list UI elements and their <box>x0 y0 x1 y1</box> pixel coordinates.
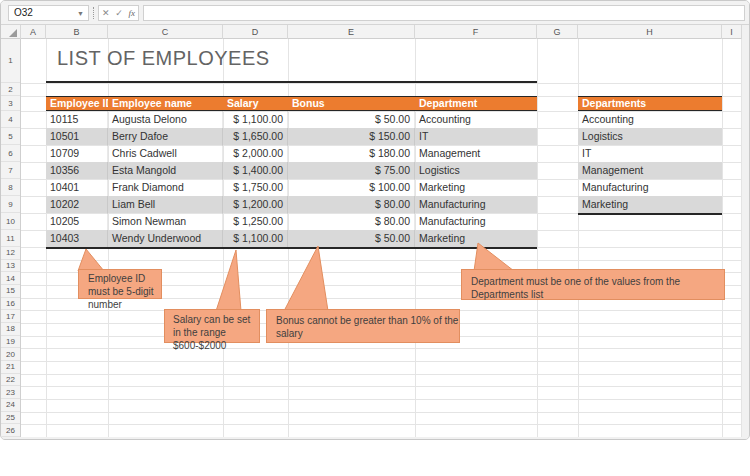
cell-employee-id[interactable]: 10401 <box>46 179 108 196</box>
select-all-corner[interactable] <box>1 25 21 39</box>
column-header[interactable]: B <box>46 25 108 39</box>
callout-bonus[interactable]: Bonus cannot be greater than 10% of the … <box>266 309 460 343</box>
cell-bonus[interactable]: $ 80.00 <box>288 196 415 213</box>
cell-employee-name[interactable]: Chris Cadwell <box>108 145 223 162</box>
row-header[interactable]: 23 <box>1 386 20 399</box>
column-header[interactable]: D <box>223 25 288 39</box>
cell-bonus[interactable]: $ 50.00 <box>288 111 415 128</box>
row-header[interactable]: 10 <box>1 213 20 230</box>
cell-bonus[interactable]: $ 75.00 <box>288 162 415 179</box>
department-item[interactable]: Accounting <box>578 111 722 128</box>
header-salary[interactable]: Salary <box>223 97 288 110</box>
cell-salary[interactable]: $ 2,000.00 <box>223 145 288 162</box>
cell-employee-name[interactable]: Wendy Underwood <box>108 230 223 247</box>
cell-employee-id[interactable]: 10501 <box>46 128 108 145</box>
name-box[interactable]: O32 ▼ <box>8 5 89 21</box>
cell-bonus[interactable]: $ 100.00 <box>288 179 415 196</box>
column-header[interactable]: I <box>722 25 742 39</box>
column-header[interactable]: C <box>108 25 223 39</box>
header-bonus[interactable]: Bonus <box>288 97 415 110</box>
sheet[interactable]: LIST OF EMPLOYEES Employee ID Employee n… <box>21 39 742 437</box>
departments-header[interactable]: Departments <box>578 96 722 111</box>
row-header[interactable]: 14 <box>1 272 20 285</box>
cell-salary[interactable]: $ 1,100.00 <box>223 230 288 247</box>
row-header[interactable]: 12 <box>1 247 20 260</box>
cell-employee-name[interactable]: Esta Mangold <box>108 162 223 179</box>
cell-bonus[interactable]: $ 80.00 <box>288 213 415 230</box>
header-employee-name[interactable]: Employee name <box>108 97 223 110</box>
cell-department[interactable]: Manufacturing <box>415 196 537 213</box>
cell-salary[interactable]: $ 1,400.00 <box>223 162 288 179</box>
department-item[interactable]: Logistics <box>578 128 722 145</box>
row-header[interactable]: 13 <box>1 260 20 273</box>
row-header[interactable]: 18 <box>1 323 20 336</box>
cell-department[interactable]: IT <box>415 128 537 145</box>
row-header[interactable]: 6 <box>1 145 20 162</box>
row-header[interactable]: 4 <box>1 111 20 128</box>
cell-employee-id[interactable]: 10115 <box>46 111 108 128</box>
row-header[interactable]: 22 <box>1 374 20 387</box>
cell-employee-id[interactable]: 10356 <box>46 162 108 179</box>
cell-department[interactable]: Marketing <box>415 230 537 247</box>
row-header[interactable]: 15 <box>1 285 20 298</box>
callout-employee-id[interactable]: Employee ID must be 5-digit number <box>78 269 162 299</box>
cell-salary[interactable]: $ 1,200.00 <box>223 196 288 213</box>
row-header[interactable]: 11 <box>1 230 20 247</box>
callout-salary[interactable]: Salary can be set in the range $600-$200… <box>164 309 260 343</box>
row-header[interactable]: 3 <box>1 96 20 111</box>
row-header[interactable]: 17 <box>1 310 20 323</box>
cell-bonus[interactable]: $ 180.00 <box>288 145 415 162</box>
row-header[interactable]: 9 <box>1 196 20 213</box>
cell-department[interactable]: Marketing <box>415 179 537 196</box>
cell-bonus[interactable]: $ 150.00 <box>288 128 415 145</box>
cell-employee-name[interactable]: Liam Bell <box>108 196 223 213</box>
cell-employee-id[interactable]: 10202 <box>46 196 108 213</box>
cell-employee-name[interactable]: Berry Dafoe <box>108 128 223 145</box>
row-header[interactable]: 20 <box>1 348 20 361</box>
row-header[interactable]: 8 <box>1 179 20 196</box>
row-header[interactable]: 16 <box>1 298 20 311</box>
header-department[interactable]: Department <box>415 97 537 110</box>
column-header[interactable]: A <box>21 25 46 39</box>
cell-employee-name[interactable]: Simon Newman <box>108 213 223 230</box>
cell-salary[interactable]: $ 1,100.00 <box>223 111 288 128</box>
cell-department[interactable]: Management <box>415 145 537 162</box>
cell-salary[interactable]: $ 1,750.00 <box>223 179 288 196</box>
row-header[interactable]: 7 <box>1 162 20 179</box>
cell-salary[interactable]: $ 1,650.00 <box>223 128 288 145</box>
column-header[interactable]: H <box>578 25 722 39</box>
department-item[interactable]: Management <box>578 162 722 179</box>
department-item[interactable]: Marketing <box>578 196 722 213</box>
row-header[interactable]: 25 <box>1 412 20 425</box>
chevron-down-icon[interactable]: ▼ <box>77 7 84 21</box>
row-header[interactable]: 24 <box>1 399 20 412</box>
row-header[interactable]: 21 <box>1 361 20 374</box>
header-employee-id[interactable]: Employee ID <box>46 97 108 110</box>
row-header[interactable]: 19 <box>1 336 20 349</box>
department-item[interactable]: IT <box>578 145 722 162</box>
cell-department[interactable]: Accounting <box>415 111 537 128</box>
cell-employee-id[interactable]: 10403 <box>46 230 108 247</box>
column-header[interactable]: F <box>415 25 537 39</box>
cell-employee-name[interactable]: Frank Diamond <box>108 179 223 196</box>
cell-employee-name[interactable]: Augusta Delono <box>108 111 223 128</box>
confirm-entry-button[interactable]: ✓ <box>115 6 123 20</box>
department-item[interactable]: Manufacturing <box>578 179 722 196</box>
cell-salary[interactable]: $ 1,250.00 <box>223 213 288 230</box>
column-header[interactable]: E <box>288 25 415 39</box>
callout-department[interactable]: Department must be one of the values fro… <box>461 269 725 300</box>
insert-function-button[interactable]: fx <box>129 6 136 20</box>
cell-employee-id[interactable]: 10205 <box>46 213 108 230</box>
cell-department[interactable]: Manufacturing <box>415 213 537 230</box>
cancel-entry-button[interactable]: ✕ <box>102 6 110 20</box>
employee-table: Employee ID Employee name Salary Bonus D… <box>46 96 537 249</box>
row-header[interactable]: 1 <box>1 39 20 83</box>
row-header[interactable]: 26 <box>1 424 20 437</box>
cell-bonus[interactable]: $ 50.00 <box>288 230 415 247</box>
row-header[interactable]: 5 <box>1 128 20 145</box>
row-header[interactable]: 2 <box>1 83 20 96</box>
cell-department[interactable]: Logistics <box>415 162 537 179</box>
cell-employee-id[interactable]: 10709 <box>46 145 108 162</box>
column-header[interactable]: G <box>537 25 578 39</box>
formula-input[interactable] <box>143 5 745 21</box>
